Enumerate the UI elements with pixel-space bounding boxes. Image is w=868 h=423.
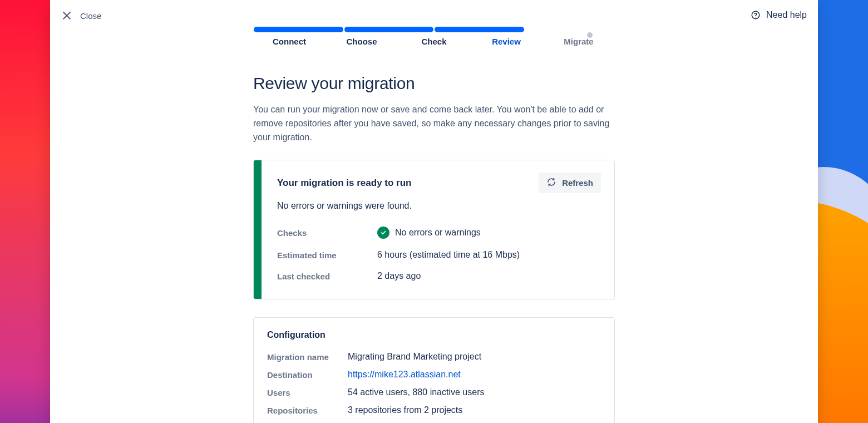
status-title: Your migration is ready to run <box>277 178 412 189</box>
users-label: Users <box>267 388 348 397</box>
refresh-label: Refresh <box>562 178 593 188</box>
last-checked-label: Last checked <box>277 272 377 281</box>
close-icon <box>61 10 72 21</box>
status-accent-bar <box>254 160 262 299</box>
refresh-button[interactable]: Refresh <box>539 173 601 193</box>
step-review[interactable]: Review <box>470 27 542 46</box>
stepper: Connect Choose Check Review Migrate <box>253 21 615 46</box>
step-migrate: Migrate <box>542 27 615 46</box>
config-row-migration-name: Migration name Migrating Brand Marketing… <box>267 348 601 366</box>
status-row-estimated-time: Estimated time 6 hours (estimated time a… <box>277 244 601 265</box>
check-success-icon <box>377 227 389 239</box>
need-help-button[interactable]: Need help <box>751 10 807 20</box>
status-row-last-checked: Last checked 2 days ago <box>277 265 601 287</box>
need-help-label: Need help <box>766 10 807 20</box>
estimated-time-value: 6 hours (estimated time at 16 Mbps) <box>377 250 520 260</box>
config-row-users: Users 54 active users, 880 inactive user… <box>267 383 601 401</box>
migration-name-label: Migration name <box>267 352 348 362</box>
configuration-card: Configuration Migration name Migrating B… <box>253 317 615 423</box>
last-checked-value: 2 days ago <box>377 271 421 281</box>
destination-label: Destination <box>267 370 348 380</box>
svg-point-3 <box>755 17 756 17</box>
checks-label: Checks <box>277 228 377 238</box>
step-check[interactable]: Check <box>398 27 470 46</box>
config-row-destination: Destination https://mike123.atlassian.ne… <box>267 366 601 383</box>
status-card: Your migration is ready to run Refresh N… <box>253 160 615 299</box>
migration-modal: Close Need help Connect Choose Check Rev… <box>50 0 818 423</box>
status-details: Checks No errors or warnings Estimated t… <box>277 221 601 287</box>
main-content: Review your migration You can run your m… <box>253 46 615 423</box>
page-description: You can run your migration now or save a… <box>253 103 615 144</box>
repositories-label: Repositories <box>267 406 348 415</box>
status-message: No errors or warnings were found. <box>277 201 601 211</box>
step-choose[interactable]: Choose <box>326 27 398 46</box>
step-connect[interactable]: Connect <box>253 27 326 46</box>
repositories-value: 3 repositories from 2 projects <box>348 405 462 415</box>
config-row-repositories: Repositories 3 repositories from 2 proje… <box>267 401 601 419</box>
destination-link[interactable]: https://mike123.atlassian.net <box>348 370 461 380</box>
estimated-time-label: Estimated time <box>277 250 377 260</box>
configuration-title: Configuration <box>267 330 601 340</box>
migration-name-value: Migrating Brand Marketing project <box>348 352 481 362</box>
modal-header: Close Need help <box>50 0 818 21</box>
help-icon <box>751 10 761 20</box>
status-row-checks: Checks No errors or warnings <box>277 221 601 244</box>
page-title: Review your migration <box>253 74 615 93</box>
users-value: 54 active users, 880 inactive users <box>348 387 484 397</box>
close-button[interactable]: Close <box>61 10 101 21</box>
close-label: Close <box>80 11 101 21</box>
checks-value: No errors or warnings <box>395 228 481 238</box>
refresh-icon <box>546 177 556 189</box>
